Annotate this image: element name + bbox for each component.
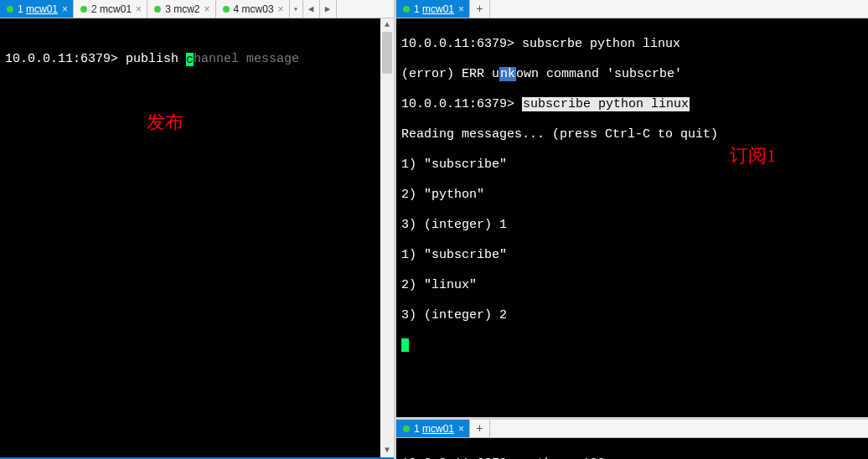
close-icon[interactable]: ×: [458, 423, 464, 435]
new-tab-button[interactable]: +: [470, 420, 490, 437]
typed-cmd: publish: [126, 52, 186, 66]
scrollbar[interactable]: ▲ ▼: [380, 18, 394, 457]
close-icon[interactable]: ×: [458, 3, 464, 15]
right-top-terminal[interactable]: 10.0.0.11:6379> subscrbe python linux (e…: [396, 18, 868, 417]
tab-num: 4: [234, 3, 240, 15]
status-dot-icon: [7, 6, 13, 13]
tab-dropdown-icon[interactable]: ▾: [290, 0, 303, 18]
prompt: 10.0.0.11:6379>: [5, 52, 126, 66]
tab-num: 1: [414, 423, 420, 435]
cursor-icon: c: [186, 53, 194, 66]
tab-1[interactable]: 1 mcw01 ×: [396, 0, 470, 18]
terminal-line: Reading messages... (press Ctrl-C to qui…: [401, 127, 863, 142]
tab-scroll-right-icon[interactable]: ▶: [320, 0, 337, 18]
tab-label: mcw01: [422, 423, 454, 435]
left-terminal[interactable]: 10.0.0.11:6379> publish channel message …: [0, 18, 394, 459]
tab-num: 2: [91, 3, 97, 15]
terminal-line: 2) "linux": [401, 278, 863, 293]
tab-3[interactable]: 3 mcw2 ×: [147, 0, 215, 18]
status-dot-icon: [403, 6, 410, 13]
terminal-line: 10.0.0.11:6379> subscribe python linux: [401, 97, 863, 112]
status-dot-icon: [403, 425, 410, 432]
scroll-track[interactable]: [380, 32, 394, 444]
new-tab-button[interactable]: +: [470, 0, 490, 18]
right-bottom-terminal[interactable]: 10.0.0.11:6379> auth mcw123 OK 10.0.0.11…: [396, 438, 868, 459]
tab-label: mcw2: [173, 3, 199, 15]
terminal-line: 10.0.0.11:6379> publish channel message: [5, 52, 389, 67]
status-dot-icon: [80, 6, 87, 13]
app-root: 1 mcw01 × 2 mcw01 × 3 mcw2 × 4 mcw03 × ▾…: [0, 0, 868, 459]
tab-num: 1: [414, 3, 420, 15]
scroll-thumb[interactable]: [382, 32, 392, 74]
tab-label: mcw01: [422, 3, 454, 15]
tab-num: 1: [18, 3, 23, 15]
terminal-line: 1) "subscribe": [401, 157, 863, 173]
tab-2[interactable]: 2 mcw01 ×: [74, 0, 147, 18]
status-dot-icon: [223, 6, 230, 13]
right-top-pane: 1 mcw01 × + 10.0.0.11:6379> subscrbe pyt…: [396, 0, 868, 420]
tab-4[interactable]: 4 mcw03 ×: [216, 0, 290, 18]
terminal-line: 2) "python": [401, 188, 863, 203]
tab-num: 3: [165, 3, 171, 15]
scroll-down-icon[interactable]: ▼: [380, 444, 394, 457]
terminal-line: (error) ERR unkown command 'subscrbe': [401, 67, 863, 82]
left-pane: 1 mcw01 × 2 mcw01 × 3 mcw2 × 4 mcw03 × ▾…: [0, 0, 396, 459]
terminal-line: 1) "subscribe": [401, 248, 863, 263]
terminal-line: 10.0.0.11:6379> subscrbe python linux: [401, 37, 863, 52]
close-icon[interactable]: ×: [136, 3, 142, 15]
right-bottom-tab-bar: 1 mcw01 × +: [396, 420, 868, 438]
right-top-tab-bar: 1 mcw01 × +: [396, 0, 868, 18]
left-tab-bar: 1 mcw01 × 2 mcw01 × 3 mcw2 × 4 mcw03 × ▾…: [0, 0, 394, 18]
right-pane: 1 mcw01 × + 10.0.0.11:6379> subscrbe pyt…: [396, 0, 868, 459]
right-bottom-pane: 1 mcw01 × + 10.0.0.11:6379> auth mcw123 …: [396, 420, 868, 459]
status-dot-icon: [154, 6, 161, 13]
annotation-publish: 发布: [147, 115, 183, 130]
hint-text: hannel message: [194, 52, 299, 66]
scroll-up-icon[interactable]: ▲: [380, 18, 394, 32]
terminal-line: 3) (integer) 2: [401, 308, 863, 323]
text-cursor-highlight: nk: [499, 67, 516, 81]
close-icon[interactable]: ×: [278, 3, 284, 15]
tab-label: mcw01: [100, 3, 132, 15]
close-icon[interactable]: ×: [62, 3, 68, 15]
tab-scroll-left-icon[interactable]: ◀: [303, 0, 320, 18]
tab-1[interactable]: 1 mcw01 ×: [0, 0, 74, 18]
terminal-line: [401, 338, 863, 353]
tab-label: mcw03: [242, 3, 274, 15]
close-icon[interactable]: ×: [204, 3, 210, 15]
terminal-line: 3) (integer) 1: [401, 218, 863, 233]
tab-label: mcw01: [26, 3, 58, 15]
selected-text: subscribe python linux: [522, 97, 690, 111]
tab-1[interactable]: 1 mcw01 ×: [396, 420, 470, 437]
cursor-icon: [401, 338, 409, 352]
